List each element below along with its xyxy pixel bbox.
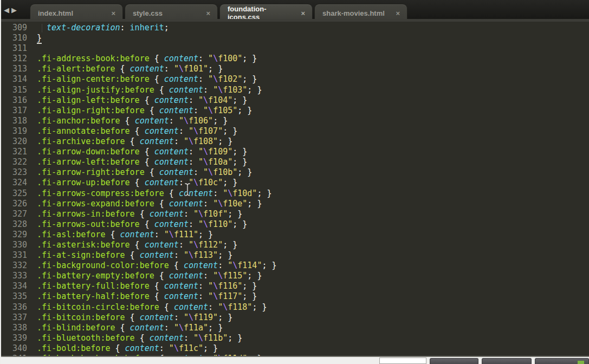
code-line[interactable]: 317.fi-align-right:before { content: "\f… [0, 106, 589, 116]
code-line[interactable]: 336.fi-bitcoin-circle:before { content: … [0, 302, 589, 313]
line-number: 325 [0, 188, 27, 199]
code-line[interactable]: 337.fi-bitcoin:before { content: "\f119"… [0, 313, 589, 323]
code-line[interactable]: 330.fi-asterisk:before { content: "\f112… [0, 240, 589, 250]
line-number: 311 [0, 43, 27, 54]
line-number: 332 [0, 261, 27, 271]
code-text: .fi-alert:before { content: "\f101"; } [27, 64, 223, 74]
mouse-ibeam-cursor [184, 182, 191, 197]
tab-label: shark-movies.html [322, 9, 385, 17]
code-line[interactable]: 332.fi-background-color:before { content… [0, 261, 589, 271]
line-number: 314 [0, 74, 27, 84]
code-line[interactable]: 338.fi-blind:before { content: "\f11a"; … [0, 323, 589, 333]
code-line[interactable]: 334.fi-battery-full:before { content: "\… [0, 281, 589, 291]
tab-close-icon[interactable]: × [296, 9, 305, 17]
nav-back-icon[interactable]: ◀ [4, 6, 11, 14]
line-number: 340 [0, 343, 27, 354]
code-text: .fi-bitcoin:before { content: "\f119"; } [27, 313, 232, 323]
line-number: 337 [0, 313, 27, 323]
code-text: .fi-anchor:before { content: "\f106"; } [27, 116, 228, 126]
line-number: 316 [0, 95, 27, 106]
line-number: 310 [0, 33, 27, 43]
line-number: 320 [0, 136, 27, 147]
code-line[interactable]: 311 [0, 43, 589, 54]
code-text: } [27, 33, 42, 43]
line-number: 331 [0, 250, 27, 261]
code-line[interactable]: 325.fi-arrows-compress:before { content:… [0, 188, 589, 199]
line-number: 313 [0, 64, 27, 74]
code-line[interactable]: 313.fi-alert:before { content: "\f101"; … [0, 64, 589, 74]
line-number: 329 [0, 230, 27, 240]
code-line[interactable]: 309 text-decoration: inherit; [0, 23, 589, 33]
tab-close-icon[interactable]: × [107, 9, 115, 17]
code-line[interactable]: 322.fi-arrow-left:before { content: "\f1… [0, 157, 589, 167]
partial-button-2[interactable] [482, 358, 532, 364]
line-number: 322 [0, 157, 27, 167]
find-input-partial[interactable] [379, 358, 426, 364]
code-text: .fi-asl:before { content: "\f111"; } [27, 230, 213, 240]
code-line[interactable]: 327.fi-arrows-in:before { content: "\f10… [0, 209, 589, 219]
line-number: 319 [0, 126, 27, 136]
code-text: .fi-arrow-down:before { content: "\f109"… [27, 147, 247, 157]
code-line[interactable]: 318.fi-anchor:before { content: "\f106";… [0, 116, 589, 126]
code-line[interactable]: 323.fi-arrow-right:before { content: "\f… [0, 167, 589, 178]
code-line[interactable]: 324.fi-arrow-up:before { content: "\f10c… [0, 178, 589, 188]
code-text: .fi-battery-empty:before { content: "\f1… [27, 271, 262, 281]
line-number: 327 [0, 209, 27, 219]
code-editor[interactable]: 309 text-decoration: inherit;310}311312.… [0, 22, 589, 356]
code-line[interactable]: 329.fi-asl:before { content: "\f111"; } [0, 230, 589, 240]
green-indicator [578, 361, 584, 364]
code-text: .fi-arrow-left:before { content: "\f10a"… [27, 157, 247, 167]
tab-close-icon[interactable]: × [202, 9, 210, 17]
code-text: text-decoration: inherit; [27, 23, 169, 33]
line-number: 318 [0, 116, 27, 126]
code-line[interactable]: 333.fi-battery-empty:before { content: "… [0, 271, 589, 281]
code-line[interactable]: 312.fi-address-book:before { content: "\… [0, 54, 589, 64]
line-number: 312 [0, 54, 27, 64]
partial-button-1[interactable] [430, 358, 478, 364]
line-number: 323 [0, 167, 27, 178]
code-line[interactable]: 328.fi-arrows-out:before { content: "\f1… [0, 219, 589, 230]
code-text: .fi-align-center:before { content: "\f10… [27, 74, 257, 84]
code-text: .fi-arrows-in:before { content: "\f10f";… [27, 209, 242, 219]
code-line[interactable]: 319.fi-annotate:before { content: "\f107… [0, 126, 589, 136]
code-line[interactable]: 340.fi-bold:before { content: "\f11c"; } [0, 343, 589, 354]
code-line[interactable]: 321.fi-arrow-down:before { content: "\f1… [0, 147, 589, 157]
code-text: .fi-address-book:before { content: "\f10… [27, 54, 257, 64]
code-text: .fi-archive:before { content: "\f108"; } [27, 136, 232, 147]
line-number: 328 [0, 219, 27, 230]
line-number: 324 [0, 178, 27, 188]
code-line[interactable]: 326.fi-arrows-expand:before { content: "… [0, 199, 589, 209]
code-line[interactable]: 339.fi-bluetooth:before { content: "\f11… [0, 333, 589, 343]
code-line[interactable]: 331.fi-at-sign:before { content: "\f113"… [0, 250, 589, 261]
code-text: .fi-battery-half:before { content: "\f11… [27, 291, 257, 302]
code-text: .fi-background-color:before { content: "… [27, 261, 277, 271]
code-text: .fi-blind:before { content: "\f11a"; } [27, 323, 223, 333]
tab-close-icon[interactable]: × [391, 9, 400, 17]
code-text: .fi-arrows-expand:before { content: "\f1… [27, 199, 262, 209]
code-text: .fi-annotate:before { content: "\f107"; … [27, 126, 237, 136]
code-line[interactable]: 335.fi-battery-half:before { content: "\… [0, 291, 589, 302]
line-number: 338 [0, 323, 27, 333]
tab-bar: ◀▶ index.html×style.css×foundation-icons… [0, 0, 589, 22]
nav-forward-icon[interactable]: ▶ [11, 6, 19, 14]
code-text: .fi-arrows-compress:before { content: "\… [27, 188, 272, 199]
code-line[interactable]: 316.fi-align-left:before { content: "\f1… [0, 95, 589, 106]
line-number: 315 [0, 85, 27, 95]
tab-nav-arrows: ◀▶ [4, 6, 19, 14]
line-number: 336 [0, 302, 27, 313]
line-number: 309 [0, 23, 27, 33]
tab-label: index.html [38, 9, 73, 17]
line-number: 326 [0, 199, 27, 209]
code-line[interactable]: 314.fi-align-center:before { content: "\… [0, 74, 589, 84]
code-line[interactable]: 315.fi-align-justify:before { content: "… [0, 85, 589, 95]
code-line[interactable]: 320.fi-archive:before { content: "\f108"… [0, 136, 589, 147]
code-line[interactable]: 310} [0, 33, 589, 43]
code-text: .fi-align-justify:before { content: "\f1… [27, 85, 262, 95]
line-number: 339 [0, 333, 27, 343]
code-text: .fi-bitcoin-circle:before { content: "\f… [27, 302, 267, 313]
code-text: .fi-align-left:before { content: "\f104"… [27, 95, 247, 106]
code-text: .fi-battery-full:before { content: "\f11… [27, 281, 257, 291]
background-window-left-edge [0, 0, 1, 364]
line-number: 335 [0, 291, 27, 302]
tab-label: style.css [133, 9, 163, 17]
